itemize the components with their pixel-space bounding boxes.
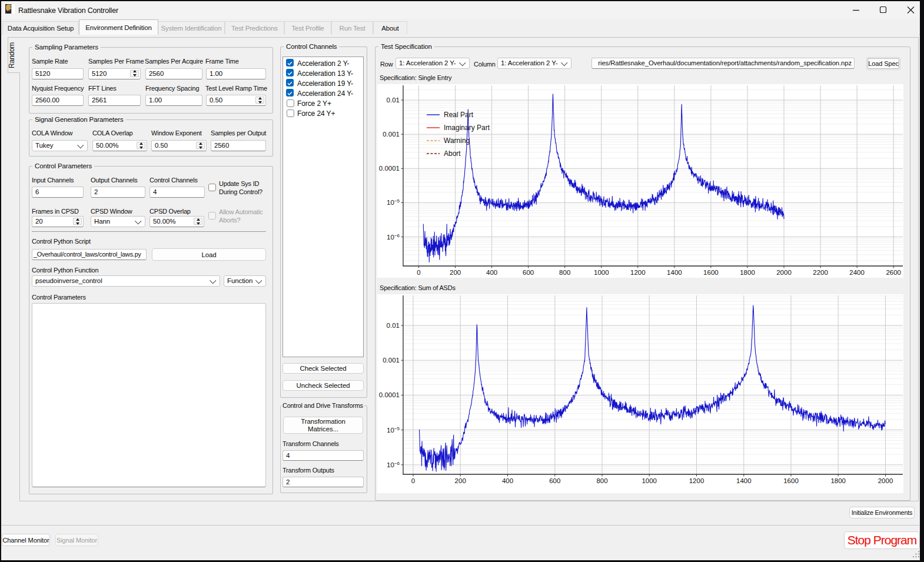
svg-text:0: 0 — [411, 477, 415, 484]
svg-text:1000: 1000 — [642, 477, 657, 484]
svg-text:Abort: Abort — [444, 149, 461, 158]
svg-text:1600: 1600 — [703, 269, 719, 276]
svg-text:2000: 2000 — [878, 477, 893, 484]
svg-text:2400: 2400 — [849, 269, 865, 276]
svg-text:1800: 1800 — [740, 269, 755, 276]
svg-text:0: 0 — [417, 269, 420, 276]
svg-text:400: 400 — [486, 269, 497, 276]
svg-text:0.0001: 0.0001 — [379, 165, 400, 172]
svg-text:Imaginary Part: Imaginary Part — [444, 124, 490, 132]
svg-text:Real Part: Real Part — [444, 111, 474, 119]
svg-text:1400: 1400 — [667, 269, 682, 276]
svg-text:0.001: 0.001 — [383, 131, 400, 138]
svg-text:600: 600 — [523, 269, 534, 276]
svg-text:0.01: 0.01 — [387, 97, 400, 104]
svg-text:2600: 2600 — [886, 269, 901, 276]
svg-text:800: 800 — [559, 269, 570, 276]
svg-text:200: 200 — [455, 477, 466, 484]
svg-text:1600: 1600 — [783, 477, 799, 484]
svg-text:1000: 1000 — [594, 269, 609, 276]
svg-text:600: 600 — [549, 477, 560, 484]
svg-text:2000: 2000 — [776, 269, 792, 276]
svg-text:0.01: 0.01 — [387, 322, 400, 329]
svg-text:1400: 1400 — [736, 477, 752, 484]
svg-text:1200: 1200 — [689, 477, 704, 484]
svg-text:0.0001: 0.0001 — [379, 391, 400, 398]
svg-text:800: 800 — [596, 477, 607, 484]
svg-text:1800: 1800 — [830, 477, 846, 484]
svg-text:200: 200 — [450, 269, 461, 276]
svg-text:400: 400 — [502, 477, 513, 484]
svg-text:Warning: Warning — [444, 137, 470, 145]
svg-text:0.001: 0.001 — [383, 357, 400, 364]
svg-text:1200: 1200 — [630, 269, 646, 276]
svg-text:2200: 2200 — [813, 269, 828, 276]
